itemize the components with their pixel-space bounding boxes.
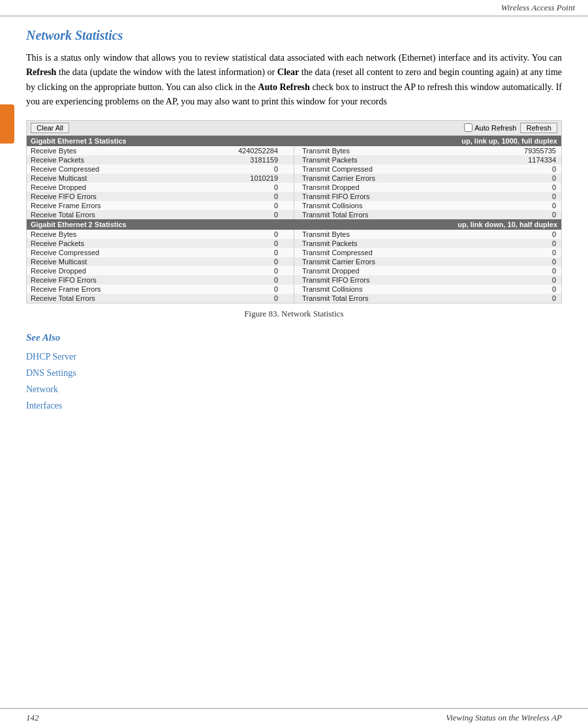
row-right-label: Transmit Carrier Errors [294,257,465,266]
row-left-value: 3181159 [187,155,283,164]
row-right-value: 0 [465,174,561,183]
row-left-value: 0 [187,266,283,275]
table-row: Receive Frame Errors 0 Transmit Collisio… [27,285,561,294]
refresh-button[interactable]: Refresh [520,123,557,133]
see-also-links: DHCP ServerDNS SettingsNetworkInterfaces [26,348,562,414]
footer-section: Viewing Status on the Wireless AP [446,713,562,723]
row-left-value: 0 [187,164,283,174]
orange-tab [0,104,14,144]
row-left-value: 0 [187,183,283,192]
row-right-value: 0 [465,239,561,248]
row-left-label: Receive FIFO Errors [27,192,187,201]
see-also-section: See Also DHCP ServerDNS SettingsNetworkI… [26,332,562,414]
see-also-link[interactable]: Interfaces [26,397,562,414]
row-left-label: Receive Frame Errors [27,201,187,210]
row-right-label: Transmit Compressed [294,248,465,257]
row-right-label: Transmit Total Errors [294,210,465,219]
row-left-value: 0 [187,294,283,303]
row-left-label: Receive Total Errors [27,294,187,303]
row-right-value: 0 [465,164,561,174]
see-also-link[interactable]: DNS Settings [26,365,562,381]
header-title: Wireless Access Point [501,3,575,12]
bold-clear: Clear [277,67,299,77]
row-left-value: 0 [187,210,283,219]
row-left-value: 0 [187,201,283,210]
row-right-value: 0 [465,294,561,303]
row-right-label: Transmit Packets [294,239,465,248]
row-left-value: 0 [187,285,283,294]
section2-table: Receive Bytes 0 Transmit Bytes 0 Receive… [27,230,561,303]
row-left-label: Receive Compressed [27,248,187,257]
row-right-value: 79355735 [465,146,561,155]
row-left-label: Receive Frame Errors [27,285,187,294]
bold-auto-refresh: Auto Refresh [258,82,310,92]
section2-status: up, link down, 10, half duplex [457,221,557,228]
row-right-value: 0 [465,230,561,239]
body-text: This is a status only window that allows… [26,51,562,110]
row-left-label: Receive Total Errors [27,210,187,219]
table-row: Receive Bytes 4240252284 Transmit Bytes … [27,146,561,155]
footer-page-number: 142 [26,713,39,723]
row-left-label: Receive Compressed [27,164,187,174]
table-row: Receive Packets 0 Transmit Packets 0 [27,239,561,248]
clear-all-button[interactable]: Clear All [31,123,69,133]
see-also-link[interactable]: Network [26,381,562,397]
row-left-value: 0 [187,275,283,285]
auto-refresh-text: Auto Refresh [474,124,516,132]
table-row: Receive FIFO Errors 0 Transmit FIFO Erro… [27,192,561,201]
see-also-title: See Also [26,332,562,343]
row-right-value: 0 [465,266,561,275]
table-row: Receive Dropped 0 Transmit Dropped 0 [27,183,561,192]
bold-refresh: Refresh [26,67,56,77]
section1-status: up, link up, 1000, full duplex [461,137,557,145]
row-right-value: 0 [465,201,561,210]
section1-title: Gigabit Ethernet 1 Statistics [31,137,127,145]
table-row: Receive Total Errors 0 Transmit Total Er… [27,210,561,219]
row-left-value: 0 [187,248,283,257]
section1-header: Gigabit Ethernet 1 Statistics up, link u… [27,136,561,146]
row-right-label: Transmit Dropped [294,183,465,192]
row-left-label: Receive Bytes [27,146,187,155]
section2-title: Gigabit Ethernet 2 Statistics [31,221,127,228]
row-left-value: 0 [187,257,283,266]
table-row: Receive Compressed 0 Transmit Compressed… [27,248,561,257]
main-content: Network Statistics This is a status only… [0,16,588,414]
section1-table: Receive Bytes 4240252284 Transmit Bytes … [27,146,561,219]
row-left-label: Receive Multicast [27,257,187,266]
row-left-value: 0 [187,230,283,239]
row-right-value: 0 [465,183,561,192]
row-right-value: 0 [465,257,561,266]
row-right-label: Transmit FIFO Errors [294,192,465,201]
row-right-value: 0 [465,192,561,201]
row-left-label: Receive Multicast [27,174,187,183]
screenshot-toolbar: Clear All Auto Refresh Refresh [27,121,561,136]
row-left-value: 0 [187,239,283,248]
row-right-value: 0 [465,210,561,219]
table-row: Receive Packets 3181159 Transmit Packets… [27,155,561,164]
auto-refresh-checkbox[interactable] [464,123,472,132]
table-row: Receive Compressed 0 Transmit Compressed… [27,164,561,174]
table-row: Receive Bytes 0 Transmit Bytes 0 [27,230,561,239]
row-right-label: Transmit Carrier Errors [294,174,465,183]
table-row: Receive Multicast 1010219 Transmit Carri… [27,174,561,183]
table-row: Receive FIFO Errors 0 Transmit FIFO Erro… [27,275,561,285]
row-right-label: Transmit Compressed [294,164,465,174]
row-right-value: 1174334 [465,155,561,164]
row-left-label: Receive Dropped [27,266,187,275]
screenshot-container: Clear All Auto Refresh Refresh Gigabit E… [26,120,562,303]
row-left-label: Receive Packets [27,239,187,248]
row-right-value: 0 [465,275,561,285]
row-left-value: 4240252284 [187,146,283,155]
table-row: Receive Multicast 0 Transmit Carrier Err… [27,257,561,266]
toolbar-right: Auto Refresh Refresh [464,123,557,133]
row-left-label: Receive Packets [27,155,187,164]
row-right-label: Transmit Bytes [294,146,465,155]
figure-caption: Figure 83. Network Statistics [26,309,562,319]
row-left-value: 0 [187,192,283,201]
table-row: Receive Total Errors 0 Transmit Total Er… [27,294,561,303]
row-right-label: Transmit Collisions [294,201,465,210]
row-left-label: Receive Dropped [27,183,187,192]
see-also-link[interactable]: DHCP Server [26,348,562,365]
footer: 142 Viewing Status on the Wireless AP [0,708,588,727]
table-row: Receive Frame Errors 0 Transmit Collisio… [27,201,561,210]
